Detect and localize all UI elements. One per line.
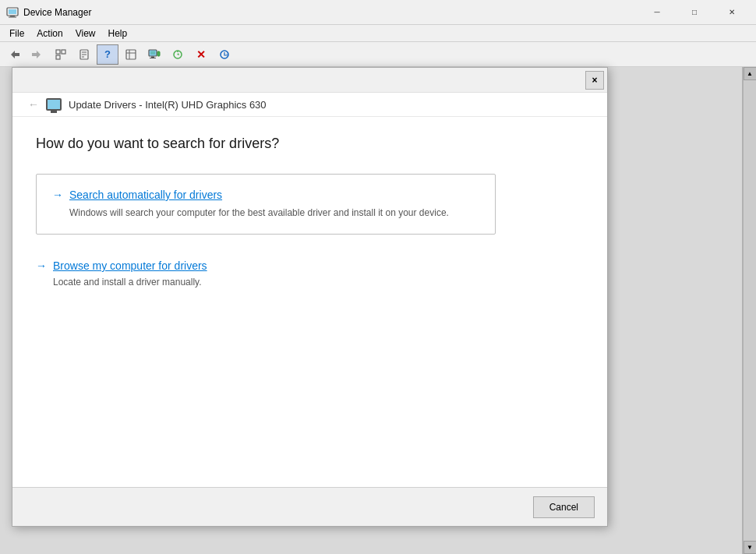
monitor-icon xyxy=(46,98,62,111)
svg-rect-2 xyxy=(10,16,15,17)
search-auto-label[interactable]: Search automatically for drivers xyxy=(69,189,222,201)
device-icon xyxy=(45,96,62,113)
browse-manual-title: → Browse my computer for drivers xyxy=(36,259,584,272)
dialog-backdrop: × ← Update Drivers - Intel(R) UHD Graphi… xyxy=(0,67,756,554)
menu-bar: File Action View Help xyxy=(0,25,756,42)
svg-rect-18 xyxy=(157,51,160,56)
detail-view-button[interactable] xyxy=(120,44,142,65)
toolbar: ? ✕ xyxy=(0,42,756,67)
dialog-question: How do you want to search for drivers? xyxy=(36,136,584,152)
search-auto-arrow: → xyxy=(52,189,63,201)
browse-manual-desc: Locate and install a driver manually. xyxy=(36,275,584,289)
search-auto-option[interactable]: → Search automatically for drivers Windo… xyxy=(36,174,496,235)
device-manager-button[interactable] xyxy=(143,44,165,65)
window-title: Device Manager xyxy=(23,7,639,18)
window-controls: ─ □ ✕ xyxy=(639,0,750,25)
dialog-footer: Cancel xyxy=(12,487,607,526)
search-auto-desc: Windows will search your computer for th… xyxy=(52,206,479,220)
dialog-close-button[interactable]: × xyxy=(585,71,604,90)
svg-rect-3 xyxy=(9,16,16,17)
update-driver-button[interactable] xyxy=(214,44,235,65)
dialog-titlebar: × xyxy=(12,68,607,93)
menu-view[interactable]: View xyxy=(69,26,102,41)
menu-file[interactable]: File xyxy=(3,26,30,41)
svg-rect-16 xyxy=(151,56,154,58)
title-bar: Device Manager ─ □ ✕ xyxy=(0,0,756,25)
properties-button[interactable] xyxy=(73,44,95,65)
svg-rect-17 xyxy=(150,58,156,58)
minimize-button[interactable]: ─ xyxy=(639,0,675,25)
svg-rect-6 xyxy=(56,55,60,59)
app-icon xyxy=(6,6,19,19)
dialog-header-nav: ← Update Drivers - Intel(R) UHD Graphics… xyxy=(12,93,607,117)
dialog-header-title: Update Drivers - Intel(R) UHD Graphics 6… xyxy=(69,99,267,111)
svg-rect-5 xyxy=(62,50,65,54)
search-auto-title: → Search automatically for drivers xyxy=(52,189,479,201)
cancel-button[interactable]: Cancel xyxy=(533,496,595,518)
back-arrow-icon[interactable]: ← xyxy=(28,98,39,111)
svg-rect-4 xyxy=(56,50,60,54)
close-button[interactable]: ✕ xyxy=(714,0,750,25)
menu-action[interactable]: Action xyxy=(30,26,69,41)
help-button[interactable]: ? xyxy=(97,44,118,65)
forward-button[interactable] xyxy=(26,44,48,65)
menu-help[interactable]: Help xyxy=(102,26,134,41)
browse-manual-option[interactable]: → Browse my computer for drivers Locate … xyxy=(36,250,584,298)
svg-rect-1 xyxy=(9,9,16,14)
main-area: ▲ ▼ × ← Update Drivers - Intel(R) UHD Gr… xyxy=(0,67,756,554)
back-button[interactable] xyxy=(3,44,25,65)
browse-manual-arrow: → xyxy=(36,259,47,272)
maximize-button[interactable]: □ xyxy=(677,0,712,25)
browse-manual-label[interactable]: Browse my computer for drivers xyxy=(53,259,207,272)
scan-button[interactable] xyxy=(167,44,189,65)
dialog-device-name: Intel(R) UHD Graphics 630 xyxy=(145,99,266,111)
svg-rect-15 xyxy=(150,51,155,55)
uninstall-button[interactable]: ✕ xyxy=(190,44,212,65)
update-drivers-dialog: × ← Update Drivers - Intel(R) UHD Graphi… xyxy=(12,67,608,527)
svg-rect-11 xyxy=(126,50,136,59)
dialog-body: How do you want to search for drivers? →… xyxy=(12,117,607,487)
show-hide-button[interactable] xyxy=(50,44,72,65)
dialog-title-prefix: Update Drivers - xyxy=(69,99,145,111)
